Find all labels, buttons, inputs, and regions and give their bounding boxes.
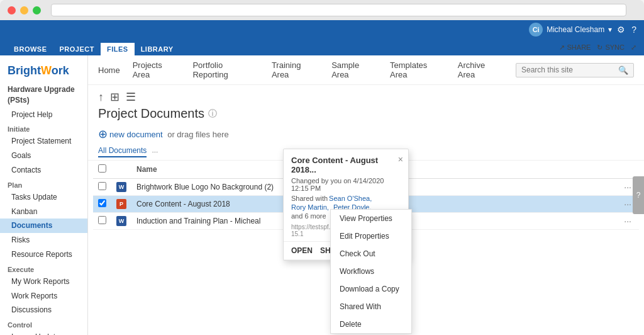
drag-text: or drag files here xyxy=(165,130,229,139)
sync-icon: ↻ xyxy=(597,43,602,52)
sidebar: BrightWork Hardware Upgrade (PSts) Proje… xyxy=(0,55,88,335)
sync-button[interactable]: ↻ SYNC xyxy=(597,43,625,52)
expand-icon: ⤢ xyxy=(631,43,636,52)
expand-button[interactable]: ⤢ xyxy=(631,43,636,52)
tab-project[interactable]: PROJECT xyxy=(53,43,101,55)
nav-templates-area[interactable]: Templates Area xyxy=(390,59,445,81)
dropdown-item-delete[interactable]: Delete xyxy=(331,315,411,333)
right-panel-handle[interactable]: ? xyxy=(633,176,644,214)
nav-portfolio-reporting[interactable]: Portfolio Reporting xyxy=(192,59,258,81)
col-icon xyxy=(111,161,131,179)
settings-icon[interactable]: ⚙ xyxy=(617,25,625,35)
action-controls: ↗ SHARE ↻ SYNC ⤢ xyxy=(559,43,644,52)
breadcrumb-icons: ↑ ⊞ ☰ xyxy=(98,90,634,104)
doc-toolbar: ⊕ new document or drag files here xyxy=(88,125,644,144)
sidebar-section-initiate: Initiate xyxy=(0,122,87,134)
sidebar-item-risks[interactable]: Risks xyxy=(0,233,87,247)
shared-person-2[interactable]: Rory Martin, xyxy=(291,203,329,211)
search-bar[interactable]: 🔍 xyxy=(516,63,634,77)
minimize-button[interactable] xyxy=(20,6,28,14)
col-checkbox xyxy=(93,161,111,179)
tab-library[interactable]: LIBRARY xyxy=(135,43,180,55)
row3-checkbox[interactable] xyxy=(98,216,106,224)
dropdown-item-workflows[interactable]: Workflows xyxy=(331,263,411,280)
filter-all-documents[interactable]: All Documents xyxy=(98,146,147,157)
nav-archive-area[interactable]: Archive Area xyxy=(458,59,503,81)
nav-sample-area[interactable]: Sample Area xyxy=(331,59,377,81)
address-bar[interactable] xyxy=(51,4,626,16)
sidebar-item-work-reports[interactable]: Work Reports xyxy=(0,289,87,304)
sidebar-item-project-statement[interactable]: Project Statement xyxy=(0,134,87,149)
top-bar: Ci Micheal Clesham ▾ ⚙ ? xyxy=(0,20,644,39)
sidebar-item-kanban[interactable]: Kanban xyxy=(0,205,87,219)
row3-actions-button[interactable]: ··· xyxy=(621,216,634,226)
shared-more: and 6 more xyxy=(291,212,326,220)
search-icon[interactable]: 🔍 xyxy=(618,65,628,75)
sidebar-item-hardware[interactable]: Hardware Upgrade (PSts) xyxy=(0,82,87,108)
user-profile[interactable]: Ci Micheal Clesham ▾ xyxy=(529,23,612,37)
row3-actions-cell: ··· xyxy=(616,213,639,230)
share-icon: ↗ xyxy=(559,43,565,52)
sidebar-item-project-help[interactable]: Project Help xyxy=(0,108,87,122)
sidebar-item-documents[interactable]: Documents xyxy=(0,219,87,233)
window-buttons xyxy=(8,6,41,14)
row3-icon-cell: W xyxy=(111,213,131,230)
close-button[interactable] xyxy=(8,6,16,14)
popup-close-button[interactable]: × xyxy=(398,154,403,164)
row1-checkbox[interactable] xyxy=(98,182,106,190)
list-icon[interactable]: ☰ xyxy=(126,90,136,104)
upload-icon[interactable]: ↑ xyxy=(98,91,104,104)
row2-checkbox-cell xyxy=(93,196,111,213)
sidebar-item-tasks-update[interactable]: Tasks Update xyxy=(0,190,87,205)
plus-icon: ⊕ xyxy=(98,127,108,141)
sync-label: SYNC xyxy=(605,43,625,51)
select-all-checkbox[interactable] xyxy=(98,164,106,173)
sidebar-item-resource-reports[interactable]: Resource Reports xyxy=(0,247,87,262)
help-icon[interactable]: ? xyxy=(631,25,636,35)
dropdown-item-check-out[interactable]: Check Out xyxy=(331,245,411,263)
row1-icon-cell: W xyxy=(111,179,131,196)
user-name: Micheal Clesham xyxy=(547,25,604,34)
info-icon[interactable]: ⓘ xyxy=(208,108,217,120)
tab-files[interactable]: FILES xyxy=(101,43,135,55)
page-title: Project Documents ⓘ xyxy=(98,106,634,121)
row2-doc-icon: P xyxy=(116,199,126,209)
share-label: SHARE xyxy=(567,43,591,51)
filter-more[interactable]: ··· xyxy=(152,147,158,156)
sidebar-item-my-work-reports[interactable]: My Work Reports xyxy=(0,275,87,289)
new-document-label: new document xyxy=(109,130,163,139)
row2-icon-cell: P xyxy=(111,196,131,213)
row3-doc-icon: W xyxy=(116,216,126,226)
grid-icon[interactable]: ⊞ xyxy=(110,90,119,104)
dropdown-item-edit-properties[interactable]: Edit Properties xyxy=(331,227,411,245)
nav-training-area[interactable]: Training Area xyxy=(272,59,319,81)
logo: BrightWork xyxy=(0,60,87,82)
nav-projects-area[interactable]: Projects Area xyxy=(133,59,180,81)
row2-checkbox[interactable] xyxy=(98,199,106,207)
user-dropdown-icon[interactable]: ▾ xyxy=(608,25,612,34)
dropdown-item-download-copy[interactable]: Download a Copy xyxy=(331,280,411,298)
maximize-button[interactable] xyxy=(33,6,41,14)
window-chrome xyxy=(0,0,644,20)
dropdown-item-shared-with[interactable]: Shared With xyxy=(331,298,411,315)
nav-tabs-container: BROWSE PROJECT FILES LIBRARY xyxy=(0,39,559,55)
sidebar-item-contacts[interactable]: Contacts xyxy=(0,163,87,178)
shared-label: Shared with xyxy=(291,195,328,202)
share-button[interactable]: ↗ SHARE xyxy=(559,43,591,52)
content-wrapper: BrightWork Hardware Upgrade (PSts) Proje… xyxy=(0,55,644,335)
sidebar-section-plan: Plan xyxy=(0,178,87,190)
dropdown-item-view-properties[interactable]: View Properties xyxy=(331,210,411,227)
sidebar-item-goals[interactable]: Goals xyxy=(0,149,87,163)
sidebar-item-issues-update[interactable]: Issues Update xyxy=(0,330,87,335)
row1-checkbox-cell xyxy=(93,179,111,196)
tab-browse[interactable]: BROWSE xyxy=(8,43,53,55)
new-document-button[interactable]: ⊕ new document xyxy=(98,127,163,141)
search-input[interactable] xyxy=(521,65,616,74)
sidebar-item-discussions[interactable]: Discussions xyxy=(0,303,87,317)
shared-person-1[interactable]: Sean O'Shea, xyxy=(329,195,372,202)
popup-title: Core Content - August 2018... xyxy=(291,156,401,174)
row1-doc-icon: W xyxy=(116,182,126,192)
nav-home[interactable]: Home xyxy=(98,64,120,76)
page-header: ↑ ⊞ ☰ Project Documents ⓘ xyxy=(88,85,644,125)
popup-open-button[interactable]: OPEN xyxy=(291,246,313,255)
